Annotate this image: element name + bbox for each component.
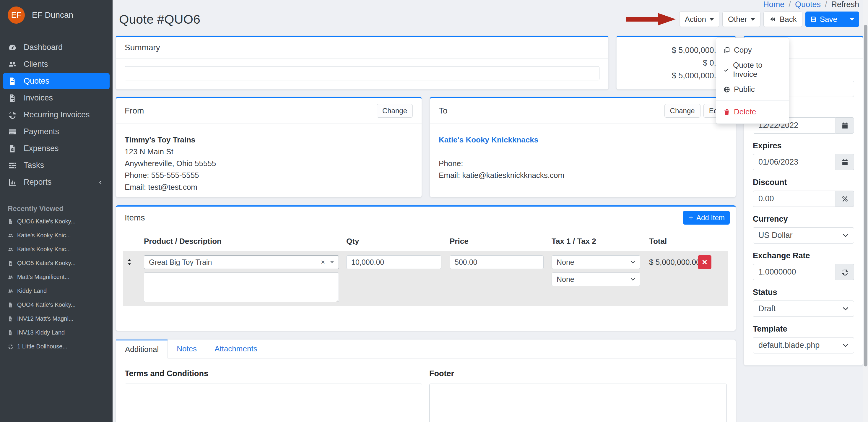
template-select[interactable]: default.blade.php (753, 337, 854, 354)
to-change-button[interactable]: Change (664, 104, 701, 118)
sidebar-item-payments[interactable]: Payments (3, 123, 110, 140)
to-client-link[interactable]: Katie's Kooky Knickknacks (439, 134, 727, 146)
from-card-body: Timmy's Toy Trains 123 N Main St Anywher… (116, 124, 422, 203)
template-label: Template (753, 325, 854, 334)
expires-picker-button[interactable] (836, 154, 854, 170)
action-dropdown-menu: Copy Quote to Invoice Public Delete (716, 37, 789, 124)
chart-bar-icon (8, 178, 17, 187)
items-card-header: Items Add Item (116, 207, 736, 229)
recent-item[interactable]: Katie's Kooky Knic... (0, 229, 113, 242)
recent-item[interactable]: 1 Little Dollhouse... (0, 339, 113, 354)
recently-viewed-header: Recently Viewed (0, 191, 113, 215)
recent-item[interactable]: INV13 Kiddy Land (0, 326, 113, 339)
exchange-rate-refresh-button[interactable] (836, 264, 854, 280)
product-select[interactable]: Great Big Toy Train × (144, 255, 339, 269)
page-title: Quote #QUO6 (119, 12, 200, 27)
other-button[interactable]: Other (722, 11, 761, 27)
item-description-textarea[interactable] (144, 272, 339, 302)
items-card: Items Add Item Product / Description Qty… (116, 205, 736, 331)
terms-textarea[interactable] (125, 384, 422, 422)
from-card: From Change Timmy's Toy Trains 123 N Mai… (116, 97, 422, 198)
breadcrumb-separator: / (825, 0, 827, 9)
clear-selection-icon[interactable]: × (315, 258, 330, 266)
date-picker-button[interactable] (836, 117, 854, 133)
to-title: To (439, 106, 447, 116)
plus-icon (688, 215, 694, 221)
caret-down-icon (710, 18, 714, 23)
sidebar-item-label: Payments (24, 127, 59, 136)
sidebar-item-invoices[interactable]: Invoices (3, 90, 110, 106)
tax2-select[interactable]: None (552, 272, 640, 286)
file-dollar-icon (8, 144, 17, 153)
recent-item[interactable]: Matt's Magnificent... (0, 270, 113, 284)
from-card-header: From Change (116, 98, 422, 124)
drag-handle[interactable] (123, 258, 133, 267)
chevron-down-icon (630, 276, 636, 282)
tax2-select-value: None (557, 275, 574, 284)
recent-item-label: Katie's Kooky Knic... (17, 232, 71, 239)
chevron-down-icon (842, 305, 849, 312)
back-button[interactable]: Back (764, 11, 802, 27)
recent-item-label: Matt's Magnificent... (17, 274, 69, 280)
sidebar-item-clients[interactable]: Clients (3, 56, 110, 72)
sidebar-item-tasks[interactable]: Tasks (3, 157, 110, 174)
sidebar-item-reports[interactable]: Reports (3, 174, 110, 190)
breadcrumb-quotes-link[interactable]: Quotes (795, 0, 821, 9)
tab-additional[interactable]: Additional (116, 339, 168, 358)
menu-divider (716, 100, 789, 101)
delete-item-button[interactable]: × (698, 255, 711, 269)
trash-icon (723, 109, 730, 116)
status-label: Status (753, 288, 854, 297)
expires-input-group (753, 154, 854, 170)
brand[interactable]: EF EF Duncan (0, 0, 113, 31)
status-select[interactable]: Draft (753, 301, 854, 317)
calendar-icon (841, 122, 849, 129)
exchange-rate-input-group (753, 264, 854, 280)
exchange-rate-input[interactable] (753, 264, 836, 280)
breadcrumb: Home / Quotes / Refresh (116, 0, 863, 9)
qty-input[interactable] (346, 255, 441, 269)
action-button[interactable]: Action (679, 11, 719, 27)
left-column: Summary $ 5,000,000.00 $ 0.00 $ 5,000,00… (116, 36, 736, 422)
expires-input[interactable] (753, 154, 836, 170)
save-button-main[interactable]: Save (810, 15, 841, 24)
breadcrumb-home-link[interactable]: Home (763, 0, 784, 9)
footer-textarea[interactable] (429, 384, 727, 422)
sidebar-item-quotes[interactable]: Quotes (3, 73, 110, 89)
price-input[interactable] (450, 255, 544, 269)
discount-input[interactable] (753, 191, 836, 207)
menu-item-copy[interactable]: Copy (716, 42, 789, 58)
add-item-button[interactable]: Add Item (683, 211, 730, 224)
summary-input[interactable] (125, 66, 599, 80)
users-icon (8, 274, 13, 280)
currency-select[interactable]: US Dollar (753, 227, 854, 243)
tab-notes[interactable]: Notes (168, 339, 206, 358)
scrollbar-thumb[interactable] (864, 25, 867, 366)
save-button[interactable]: Save (805, 11, 859, 27)
menu-item-quote-to-invoice[interactable]: Quote to Invoice (716, 58, 789, 82)
sidebar-item-dashboard[interactable]: Dashboard (3, 39, 110, 56)
recent-item[interactable]: INV12 Matt's Magni... (0, 312, 113, 326)
total-balance: $ 5,000,000.00 (627, 70, 725, 81)
tax1-select[interactable]: None (552, 255, 640, 269)
from-change-button[interactable]: Change (377, 104, 413, 118)
menu-item-public[interactable]: Public (716, 82, 789, 97)
recent-item[interactable]: Katie's Kooky Knic... (0, 242, 113, 256)
summary-row: Summary $ 5,000,000.00 $ 0.00 $ 5,000,00… (116, 36, 736, 90)
sync-icon (8, 111, 17, 119)
menu-item-delete[interactable]: Delete (716, 104, 789, 119)
recent-item[interactable]: QUO4 Katie's Kooky... (0, 298, 113, 312)
check-icon (723, 66, 730, 73)
recent-item[interactable]: Kiddy Land (0, 284, 113, 298)
tab-attachments[interactable]: Attachments (206, 339, 266, 358)
terms-field: Terms and Conditions (125, 369, 422, 422)
recent-item-label: INV13 Kiddy Land (17, 329, 65, 336)
recent-item[interactable]: QUO5 Katie's Kooky... (0, 256, 113, 270)
tasks-icon (8, 161, 17, 170)
save-dropdown-toggle[interactable] (845, 12, 859, 27)
sidebar-item-recurring-invoices[interactable]: Recurring Invoices (3, 107, 110, 123)
recent-item[interactable]: QUO6 Katie's Kooky... (0, 215, 113, 229)
discount-type-button[interactable] (836, 191, 854, 207)
title-row: Quote #QUO6 Action Other Back Save (116, 9, 863, 27)
sidebar-item-expenses[interactable]: Expenses (3, 140, 110, 157)
